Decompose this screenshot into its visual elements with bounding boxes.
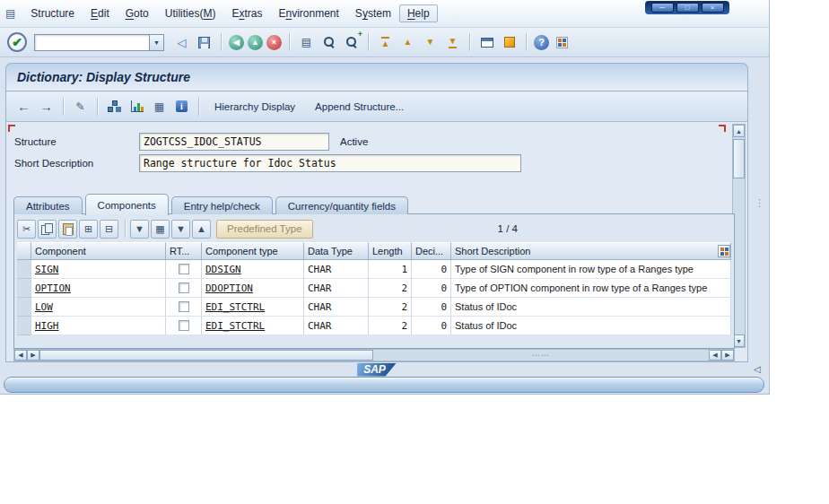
paste-icon — [63, 223, 74, 235]
header-data-type[interactable]: Data Type — [304, 242, 369, 260]
display-change-icon: ✎ — [75, 101, 84, 112]
display-change-button[interactable]: ✎ — [70, 96, 91, 117]
row-select-cell[interactable] — [17, 279, 31, 298]
row-select-cell[interactable] — [17, 260, 31, 279]
component-type-link[interactable]: DDOPTION — [205, 282, 253, 294]
cut-button[interactable]: ✂ — [17, 220, 36, 239]
header-select-all[interactable] — [17, 242, 31, 260]
header-rt[interactable]: RT... — [166, 242, 202, 260]
menu-item-edit[interactable]: Edit — [83, 4, 118, 22]
rt-checkbox[interactable] — [179, 282, 189, 293]
copy-button[interactable] — [38, 220, 57, 239]
navigate-back-button[interactable]: ← — [13, 96, 34, 117]
move-up-button[interactable]: ▲ — [192, 220, 211, 239]
frame-splitter-grip-icon[interactable]: ⋮ — [755, 201, 764, 205]
new-session-button[interactable] — [476, 32, 497, 53]
component-type-link[interactable]: EDI_STCTRL — [205, 301, 265, 313]
move-down-button[interactable]: ▼ — [171, 220, 190, 239]
back-button[interactable]: ◀ — [229, 35, 244, 50]
component-link[interactable]: SIGN — [35, 264, 59, 275]
block-select-button[interactable]: ▦ — [151, 220, 170, 239]
scroll-right-button[interactable]: ▶ — [27, 350, 39, 361]
table-settings-icon[interactable] — [718, 245, 730, 257]
scroll-left-button[interactable]: ◀ — [709, 350, 721, 361]
component-link[interactable]: OPTION — [35, 282, 71, 294]
menu-item-utilities-m[interactable]: Utilities(M) — [157, 4, 224, 22]
system-menu-icon[interactable]: ▤ — [5, 7, 15, 20]
delete-row-button[interactable]: ⊟ — [100, 220, 118, 239]
tab-components[interactable]: Components — [85, 194, 169, 215]
scroll-right-button[interactable]: ▶ — [721, 350, 734, 361]
hierarchy-tree-icon — [108, 100, 121, 112]
save-button[interactable] — [194, 32, 214, 53]
paste-button[interactable] — [58, 220, 77, 239]
insert-row-button[interactable]: ⊞ — [79, 220, 98, 239]
enter-button[interactable]: ✔ — [7, 32, 27, 52]
component-link[interactable]: HIGH — [35, 320, 59, 332]
hierarchy-tree-button[interactable] — [104, 96, 125, 117]
find-button[interactable] — [319, 32, 339, 53]
menu-item-goto[interactable]: Goto — [118, 4, 157, 22]
scroll-left-button[interactable]: ◀ — [14, 350, 27, 361]
tab-attributes[interactable]: Attributes — [13, 196, 83, 214]
minimize-button[interactable]: ─ — [651, 3, 674, 13]
vertical-scrollbar-thumb[interactable] — [733, 139, 745, 178]
short-description-cell: Status of IDoc — [451, 298, 731, 317]
scroll-up-button[interactable]: ▲ — [733, 125, 745, 137]
row-select-cell[interactable] — [17, 298, 31, 317]
menu-item-structure[interactable]: Structure — [22, 4, 83, 22]
filter-button[interactable]: ▼ — [130, 220, 149, 239]
component-type-link[interactable]: DDSIGN — [205, 264, 241, 275]
splitter-grip-icon[interactable]: ⋯⋯ — [373, 350, 709, 361]
row-select-cell[interactable] — [17, 317, 31, 335]
create-shortcut-button[interactable] — [499, 32, 519, 53]
short-description-input[interactable] — [139, 154, 521, 172]
hierarchy-display-button[interactable]: Hierarchy Display — [205, 97, 304, 117]
menu-item-environment[interactable]: Environment — [270, 4, 346, 22]
predefined-type-button[interactable]: Predefined Type — [216, 220, 313, 239]
close-button[interactable]: × — [702, 3, 724, 13]
previous-button[interactable]: ◁ — [171, 32, 192, 53]
data-type-cell: CHAR — [304, 298, 369, 317]
menu-item-extras[interactable]: Extras — [223, 4, 270, 22]
command-input[interactable] — [34, 34, 149, 51]
rt-checkbox[interactable] — [179, 320, 189, 331]
collapse-status-icon[interactable]: ◁ — [754, 364, 761, 374]
runtime-object-button[interactable]: ▦ — [149, 96, 170, 117]
last-page-button[interactable]: ▼ — [442, 32, 463, 53]
print-button[interactable]: ▤ — [296, 32, 317, 53]
page-down-button[interactable]: ▼ — [420, 32, 441, 53]
component-type-link[interactable]: EDI_STCTRL — [205, 320, 265, 332]
maximize-button[interactable]: □ — [676, 3, 699, 13]
header-length[interactable]: Length — [369, 242, 412, 260]
structure-input[interactable] — [139, 133, 329, 151]
first-page-button[interactable]: ▲ — [375, 32, 396, 53]
cancel-button[interactable]: × — [266, 35, 282, 50]
toolbar-separator — [198, 98, 199, 116]
find-next-button[interactable]: + — [341, 32, 362, 53]
header-decimals[interactable]: Deci... — [412, 242, 451, 260]
rt-checkbox[interactable] — [179, 301, 189, 312]
navigate-forward-button[interactable]: → — [36, 96, 57, 117]
runtime-object-icon: ▦ — [154, 101, 164, 112]
header-component[interactable]: Component — [31, 242, 166, 260]
component-link[interactable]: LOW — [35, 301, 53, 313]
tab-currency-quantity-fields[interactable]: Currency/quantity fields — [275, 196, 408, 214]
window-controls: ─ □ × — [645, 1, 729, 14]
header-component-type[interactable]: Component type — [202, 242, 304, 260]
menu-item-system[interactable]: System — [347, 4, 399, 22]
customize-layout-button[interactable] — [552, 32, 572, 53]
append-structure-button[interactable]: Append Structure... — [306, 97, 413, 117]
analysis-button[interactable] — [127, 96, 147, 117]
information-button[interactable]: i — [171, 96, 192, 117]
help-button[interactable]: ? — [534, 35, 549, 50]
toolbar-separator — [221, 33, 222, 51]
command-history-button[interactable]: ▼ — [149, 34, 164, 51]
rt-checkbox[interactable] — [179, 264, 189, 274]
page-up-button[interactable]: ▲ — [397, 32, 418, 53]
menu-item-help[interactable]: Help — [399, 4, 438, 22]
header-short-description[interactable]: Short Description — [451, 242, 731, 260]
horizontal-scrollbar-thumb[interactable] — [39, 350, 373, 361]
exit-button[interactable]: ▲ — [248, 35, 263, 50]
tab-entry-help-check[interactable]: Entry help/check — [171, 196, 273, 214]
